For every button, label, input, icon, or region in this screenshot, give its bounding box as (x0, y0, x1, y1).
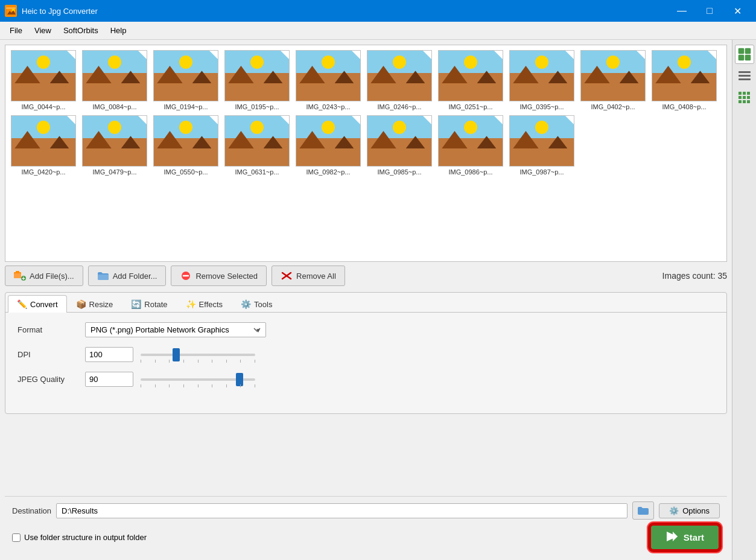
menu-softorbits[interactable]: SoftOrbits (59, 25, 103, 36)
images-count: Images count: 35 (662, 271, 727, 281)
list-item[interactable]: IMG_0402~p... (580, 50, 646, 110)
start-button[interactable]: Start (650, 524, 720, 550)
list-item[interactable]: IMG_0550~p... (153, 115, 219, 176)
dpi-slider[interactable] (141, 349, 255, 361)
tab-resize[interactable]: 📦 Resize (67, 295, 122, 313)
jpeg-slider[interactable] (141, 374, 255, 386)
thumbnail-image (509, 115, 574, 167)
list-item[interactable]: IMG_0986~p... (437, 115, 504, 176)
add-files-label: Add File(s)... (30, 272, 74, 281)
remove-selected-icon (180, 270, 192, 282)
thumbnail-name: IMG_0987~p... (509, 168, 574, 176)
list-item[interactable]: IMG_0084~p... (81, 50, 148, 110)
thumbnail-name: IMG_0084~p... (82, 103, 147, 110)
destination-label: Destination (12, 506, 51, 515)
resize-tab-icon: 📦 (76, 299, 86, 309)
svg-rect-16 (745, 48, 751, 54)
small-grid-view-button[interactable] (735, 88, 754, 107)
thumbnail-image (438, 50, 503, 101)
add-files-button[interactable]: + Add File(s)... (5, 266, 83, 286)
menu-help[interactable]: Help (106, 25, 132, 36)
thumbnail-image (367, 50, 432, 101)
format-label: Format (17, 325, 78, 334)
browse-button[interactable] (632, 501, 654, 520)
svg-rect-1 (6, 7, 16, 9)
thumbnail-name: IMG_0408~p... (652, 103, 717, 110)
app-title: Heic to Jpg Converter (22, 7, 98, 16)
thumbnail-name: IMG_0194~p... (153, 103, 218, 110)
thumbnail-grid: IMG_0044~p... IMG_0084~p... IMG_0194~p..… (5, 45, 726, 180)
list-item[interactable]: IMG_0044~p... (10, 50, 77, 110)
thumbnail-image (296, 115, 361, 167)
list-item[interactable]: IMG_0194~p... (153, 50, 219, 110)
tab-panel: ✏️ Convert 📦 Resize 🔄 Rotate ✨ Effects ⚙… (5, 292, 727, 414)
destination-input[interactable] (56, 503, 627, 518)
thumbnail-name: IMG_0631~p... (224, 168, 290, 176)
menu-view[interactable]: View (30, 25, 56, 36)
start-icon (665, 530, 679, 544)
list-item[interactable]: IMG_0251~p... (437, 50, 504, 110)
thumbnail-image (82, 50, 147, 101)
list-item[interactable]: IMG_0985~p... (366, 115, 433, 176)
list-item[interactable]: IMG_0246~p... (366, 50, 433, 110)
tab-rotate[interactable]: 🔄 Rotate (122, 295, 176, 313)
thumbnail-area[interactable]: IMG_0044~p... IMG_0084~p... IMG_0194~p..… (5, 45, 727, 262)
thumbnail-image (296, 50, 361, 101)
thumbnail-image (11, 50, 76, 101)
tab-convert[interactable]: ✏️ Convert (8, 295, 67, 313)
close-button[interactable]: ✕ (723, 0, 751, 22)
bottom-area: Destination ⚙️ Options Use folder struct… (5, 496, 727, 555)
thumbnail-name: IMG_0985~p... (367, 168, 432, 176)
list-view-button[interactable] (735, 66, 754, 86)
list-item[interactable]: IMG_0243~p... (295, 50, 361, 110)
format-row: Format PNG (*.png) Portable Network Grap… (17, 322, 714, 337)
remove-selected-label: Remove Selected (195, 272, 258, 281)
svg-marker-14 (673, 532, 678, 541)
svg-rect-19 (739, 71, 751, 73)
list-item[interactable]: IMG_0982~p... (295, 115, 361, 176)
list-item[interactable]: IMG_0631~p... (224, 115, 290, 176)
minimize-button[interactable]: — (668, 0, 696, 22)
format-select[interactable]: PNG (*.png) Portable Network Graphics (85, 322, 266, 337)
dpi-input[interactable] (85, 347, 133, 362)
list-item[interactable]: IMG_0479~p... (81, 115, 148, 176)
list-item[interactable]: IMG_0420~p... (10, 115, 77, 176)
options-button[interactable]: ⚙️ Options (659, 503, 720, 518)
thumbnail-image (82, 115, 147, 167)
list-item[interactable]: IMG_0195~p... (224, 50, 290, 110)
svg-rect-15 (739, 48, 744, 54)
tab-effects[interactable]: ✨ Effects (177, 295, 232, 313)
jpeg-quality-label: JPEG Quality (17, 375, 78, 384)
maximize-button[interactable]: □ (696, 0, 723, 22)
jpeg-slider-ticks (141, 384, 255, 387)
svg-rect-17 (739, 55, 744, 60)
menu-file[interactable]: File (5, 25, 27, 36)
large-grid-view-button[interactable] (735, 45, 754, 64)
svg-rect-23 (743, 92, 746, 95)
remove-selected-button[interactable]: Remove Selected (171, 266, 267, 286)
thumbnail-image (153, 115, 218, 167)
list-item[interactable]: IMG_0395~p... (509, 50, 575, 110)
thumbnail-name: IMG_0550~p... (153, 168, 218, 176)
add-files-icon: + (14, 270, 26, 282)
remove-all-button[interactable]: Remove All (272, 266, 345, 286)
thumbnail-name: IMG_0243~p... (296, 103, 361, 110)
tab-tools[interactable]: ⚙️ Tools (232, 295, 281, 313)
tab-content-convert: Format PNG (*.png) Portable Network Grap… (5, 313, 726, 406)
format-select-wrapper: PNG (*.png) Portable Network Graphics (85, 322, 266, 337)
thumbnail-name: IMG_0986~p... (438, 168, 503, 176)
thumbnail-name: IMG_0402~p... (580, 103, 646, 110)
titlebar: Heic to Jpg Converter — □ ✕ (0, 0, 756, 22)
svg-rect-21 (739, 78, 751, 80)
tab-effects-label: Effects (199, 300, 223, 309)
list-item[interactable]: IMG_0408~p... (651, 50, 717, 110)
options-label: Options (682, 506, 710, 515)
jpeg-quality-input[interactable] (85, 372, 133, 387)
svg-rect-6 (16, 271, 19, 273)
svg-rect-26 (743, 96, 746, 99)
add-folder-button[interactable]: Add Folder... (88, 266, 167, 286)
folder-structure-checkbox[interactable] (12, 533, 21, 542)
thumbnail-name: IMG_0246~p... (367, 103, 432, 110)
list-item[interactable]: IMG_0987~p... (509, 115, 575, 176)
menubar: File View SoftOrbits Help (0, 22, 756, 40)
